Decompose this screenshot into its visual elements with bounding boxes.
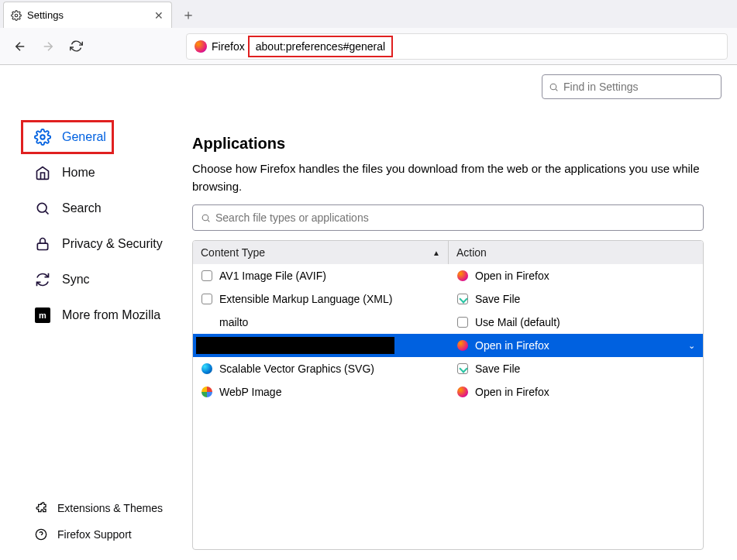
search-icon bbox=[549, 82, 559, 92]
mozilla-icon: m bbox=[34, 307, 51, 324]
identity-label: Firefox bbox=[212, 40, 245, 53]
content-type-label: Extensible Markup Language (XML) bbox=[219, 293, 392, 305]
applications-search[interactable] bbox=[192, 204, 704, 231]
find-input[interactable] bbox=[563, 81, 715, 93]
file-icon bbox=[201, 270, 213, 282]
col-action[interactable]: Action bbox=[449, 241, 703, 264]
sidebar-item-label: General bbox=[62, 130, 106, 144]
svg-point-5 bbox=[550, 84, 556, 90]
settings-sidebar: General Home Search Privacy & Security bbox=[0, 65, 186, 560]
sidebar-item-more[interactable]: m More from Mozilla bbox=[0, 297, 186, 333]
chevron-down-icon: ⌄ bbox=[688, 341, 695, 351]
url-value: about:preferences#general bbox=[248, 36, 393, 57]
home-icon bbox=[34, 164, 51, 181]
table-row[interactable]: mailtoUse Mail (default) bbox=[193, 311, 703, 334]
sidebar-item-sync[interactable]: Sync bbox=[0, 262, 186, 297]
action-label: Open in Firefox bbox=[475, 386, 549, 398]
cell-content-type bbox=[196, 337, 394, 354]
sidebar-item-label: Search bbox=[62, 201, 102, 215]
cell-content-type: AV1 Image File (AVIF) bbox=[193, 270, 449, 282]
cell-action: Open in Firefox bbox=[449, 386, 703, 398]
gear-icon bbox=[34, 129, 51, 146]
forward-button[interactable] bbox=[37, 36, 59, 57]
save-icon bbox=[456, 293, 469, 305]
action-label: Open in Firefox bbox=[475, 270, 549, 282]
action-label: Open in Firefox bbox=[475, 339, 549, 352]
tab-title: Settings bbox=[27, 9, 153, 21]
sidebar-item-search[interactable]: Search bbox=[0, 191, 186, 226]
reload-button[interactable] bbox=[65, 36, 87, 57]
cell-action: Save File bbox=[449, 293, 703, 305]
content-type-label: Scalable Vector Graphics (SVG) bbox=[219, 362, 374, 375]
table-row[interactable]: Open in Firefox⌄ bbox=[193, 334, 703, 357]
gear-icon bbox=[10, 9, 22, 22]
firefox-icon bbox=[195, 40, 207, 53]
sidebar-item-home[interactable]: Home bbox=[0, 155, 186, 191]
cell-content-type: Scalable Vector Graphics (SVG) bbox=[193, 362, 449, 375]
back-button[interactable] bbox=[9, 36, 31, 57]
sort-asc-icon: ▲ bbox=[432, 249, 440, 257]
new-tab-button[interactable]: ＋ bbox=[177, 3, 200, 26]
sidebar-extensions[interactable]: Extensions & Themes bbox=[34, 495, 186, 521]
settings-content: Applications Choose how Firefox handles … bbox=[186, 65, 737, 560]
settings-page: General Home Search Privacy & Security bbox=[0, 65, 737, 560]
edge-icon bbox=[201, 362, 213, 375]
webp-icon bbox=[201, 386, 213, 398]
applications-table: Content Type ▲ Action AV1 Image File (AV… bbox=[192, 240, 704, 550]
sidebar-item-label: Privacy & Security bbox=[62, 237, 163, 251]
file-icon bbox=[201, 293, 213, 305]
ff-icon bbox=[456, 270, 469, 282]
sidebar-item-label: Sync bbox=[62, 273, 90, 287]
cell-action: Save File bbox=[449, 362, 703, 375]
section-heading: Applications bbox=[192, 135, 722, 153]
puzzle-icon bbox=[34, 501, 48, 515]
action-label: Save File bbox=[475, 362, 520, 375]
mail-icon bbox=[456, 316, 469, 328]
table-row[interactable]: Scalable Vector Graphics (SVG)Save File bbox=[193, 357, 703, 380]
sidebar-item-label: Home bbox=[62, 166, 95, 180]
action-label: Save File bbox=[475, 293, 520, 305]
search-icon bbox=[201, 213, 211, 223]
table-row[interactable]: AV1 Image File (AVIF)Open in Firefox bbox=[193, 264, 703, 287]
sidebar-footer-label: Firefox Support bbox=[57, 528, 132, 541]
svg-point-2 bbox=[37, 203, 46, 212]
sync-icon bbox=[34, 271, 51, 288]
table-row[interactable]: WebP ImageOpen in Firefox bbox=[193, 380, 703, 404]
search-icon bbox=[34, 200, 51, 217]
ff-icon bbox=[456, 386, 469, 398]
applications-search-input[interactable] bbox=[215, 211, 695, 224]
col-content-type[interactable]: Content Type ▲ bbox=[193, 241, 449, 264]
sidebar-item-general[interactable]: General bbox=[20, 119, 115, 155]
sidebar-support[interactable]: Firefox Support bbox=[34, 521, 186, 548]
cell-action[interactable]: Open in Firefox⌄ bbox=[449, 339, 703, 352]
ff-icon bbox=[456, 339, 469, 352]
svg-point-6 bbox=[202, 215, 208, 221]
lock-icon bbox=[34, 235, 51, 253]
save-icon bbox=[456, 362, 469, 375]
sidebar-item-label: More from Mozilla bbox=[62, 308, 160, 322]
content-type-label: AV1 Image File (AVIF) bbox=[219, 270, 326, 282]
section-description: Choose how Firefox handles the files you… bbox=[192, 160, 704, 195]
svg-rect-3 bbox=[37, 243, 47, 249]
table-header: Content Type ▲ Action bbox=[193, 241, 703, 264]
cell-content-type: WebP Image bbox=[193, 386, 449, 398]
svg-point-0 bbox=[15, 14, 18, 17]
help-icon bbox=[34, 527, 48, 541]
table-row[interactable]: Extensible Markup Language (XML)Save Fil… bbox=[193, 287, 703, 311]
nav-toolbar: Firefox about:preferences#general bbox=[0, 28, 737, 65]
tab-strip: Settings ✕ ＋ bbox=[0, 0, 737, 28]
sidebar-footer-label: Extensions & Themes bbox=[57, 502, 163, 514]
action-label: Use Mail (default) bbox=[475, 316, 560, 328]
url-bar[interactable]: Firefox about:preferences#general bbox=[186, 33, 728, 60]
cell-content-type: mailto bbox=[193, 316, 449, 328]
browser-tab-settings[interactable]: Settings ✕ bbox=[3, 2, 172, 28]
find-in-settings[interactable] bbox=[542, 74, 722, 99]
close-tab-icon[interactable]: ✕ bbox=[153, 9, 165, 22]
cell-content-type: Extensible Markup Language (XML) bbox=[193, 293, 449, 305]
svg-point-1 bbox=[40, 135, 45, 139]
content-type-label: WebP Image bbox=[219, 386, 281, 398]
cell-action: Use Mail (default) bbox=[449, 316, 703, 328]
sidebar-item-privacy[interactable]: Privacy & Security bbox=[0, 226, 186, 262]
cell-action: Open in Firefox bbox=[449, 270, 703, 282]
content-type-label: mailto bbox=[219, 316, 248, 328]
